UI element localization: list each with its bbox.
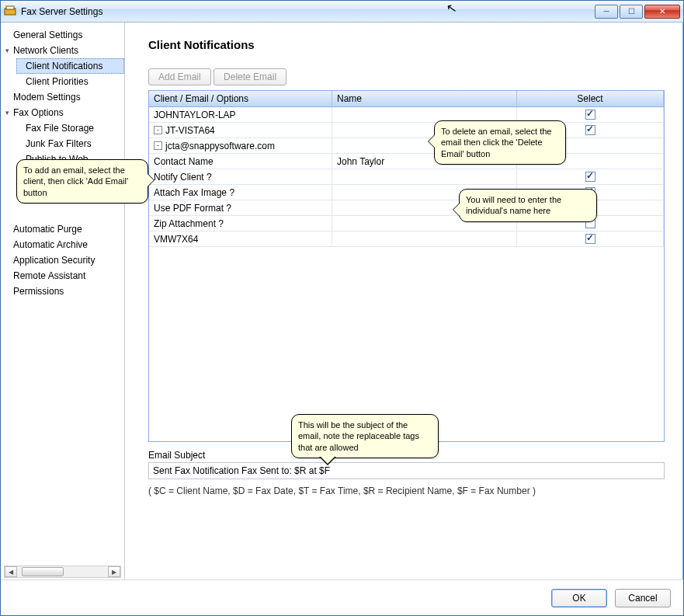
- tree-item-permissions[interactable]: Permissions: [4, 284, 124, 299]
- tree-item-network-clients[interactable]: Network Clients: [4, 43, 124, 58]
- tree-item-fax-file-storage[interactable]: Fax File Storage: [16, 120, 124, 136]
- page-title: Client Notifications: [148, 38, 665, 51]
- checkbox[interactable]: [585, 110, 595, 120]
- clients-grid[interactable]: Client / Email / Options Name Select JOH…: [148, 90, 665, 442]
- grid-row[interactable]: JOHNTAYLOR-LAP: [149, 107, 664, 123]
- tree-item-application-security[interactable]: Application Security: [4, 252, 124, 268]
- tree-item-client-notifications[interactable]: Client Notifications: [16, 58, 124, 74]
- cell-select[interactable]: [517, 231, 664, 246]
- checkbox[interactable]: [585, 125, 595, 135]
- col-header-name[interactable]: Name: [332, 91, 517, 106]
- col-header-select[interactable]: Select: [517, 91, 664, 106]
- grid-row[interactable]: Contact NameJohn Taylor: [149, 154, 664, 169]
- col-header-client[interactable]: Client / Email / Options: [149, 91, 332, 106]
- cell-client[interactable]: Zip Attachment ?: [149, 216, 332, 231]
- minimize-button[interactable]: ─: [595, 5, 618, 19]
- cell-client[interactable]: -JT-VISTA64: [149, 123, 332, 137]
- cell-client[interactable]: Notify Client ?: [149, 169, 332, 184]
- sidebar: General Settings Network Clients Client …: [1, 23, 125, 579]
- checkbox[interactable]: [585, 234, 595, 244]
- app-icon: [4, 5, 16, 18]
- close-button[interactable]: ✕: [644, 5, 680, 19]
- cell-client[interactable]: Contact Name: [149, 154, 332, 169]
- scroll-right-icon[interactable]: ▶: [108, 566, 120, 577]
- checkbox[interactable]: [585, 172, 595, 182]
- expand-toggle-icon[interactable]: -: [154, 141, 162, 150]
- email-subject-input[interactable]: [148, 462, 665, 479]
- content-pane: Client Notifications Add Email Delete Em…: [125, 23, 683, 579]
- ok-button[interactable]: OK: [551, 589, 607, 607]
- window-title: Fax Server Settings: [21, 6, 595, 17]
- cell-client[interactable]: Attach Fax Image ?: [149, 185, 332, 200]
- cell-client[interactable]: -jcta@snappysoftware.com: [149, 138, 332, 153]
- cell-client[interactable]: JOHNTAYLOR-LAP: [149, 107, 332, 122]
- cancel-button[interactable]: Cancel: [615, 589, 671, 607]
- tree-item-remote-assistant[interactable]: Remote Assistant: [4, 268, 124, 284]
- scroll-left-icon[interactable]: ◀: [5, 566, 17, 577]
- grid-row[interactable]: -jcta@snappysoftware.com: [149, 138, 664, 154]
- settings-window: Fax Server Settings ─ ☐ ✕ ↖ General Sett…: [0, 0, 684, 616]
- add-email-button[interactable]: Add Email: [148, 68, 211, 85]
- callout-enter-name: You will need to enter the individual's …: [459, 189, 597, 222]
- tree-item-client-priorities[interactable]: Client Priorities: [16, 74, 124, 89]
- expand-toggle-icon[interactable]: -: [154, 126, 162, 134]
- tree-item-junk-fax-filters[interactable]: Junk Fax Filters: [16, 136, 124, 151]
- tree-item-modem-settings[interactable]: Modem Settings: [4, 89, 124, 105]
- maximize-button[interactable]: ☐: [620, 5, 643, 19]
- grid-row[interactable]: -JT-VISTA64: [149, 123, 664, 138]
- cell-name[interactable]: [332, 231, 517, 246]
- dialog-button-bar: OK Cancel: [1, 579, 683, 615]
- tree-item-automatic-purge[interactable]: Automatic Purge: [4, 221, 124, 237]
- cell-name[interactable]: [332, 169, 517, 184]
- tree-item-fax-options[interactable]: Fax Options: [4, 105, 124, 120]
- cell-client[interactable]: Use PDF Format ?: [149, 200, 332, 215]
- callout-subject-tags: This will be the subject of the email, n…: [291, 414, 439, 458]
- callout-add-email: To add an email, select the client, then…: [16, 159, 148, 204]
- cell-client[interactable]: VMW7X64: [149, 231, 332, 246]
- scroll-thumb[interactable]: [22, 567, 64, 576]
- callout-delete-email: To delete an email, select the email the…: [434, 120, 566, 165]
- titlebar[interactable]: Fax Server Settings ─ ☐ ✕: [1, 1, 683, 23]
- tags-legend: ( $C = Client Name, $D = Fax Date, $T = …: [148, 485, 665, 496]
- tree-item-general[interactable]: General Settings: [4, 27, 124, 43]
- delete-email-button[interactable]: Delete Email: [214, 68, 286, 85]
- grid-row[interactable]: VMW7X64: [149, 231, 664, 247]
- svg-rect-1: [6, 6, 14, 9]
- grid-row[interactable]: Notify Client ?: [149, 169, 664, 185]
- sidebar-h-scrollbar[interactable]: ◀ ▶: [4, 566, 121, 578]
- tree-item-automatic-archive[interactable]: Automatic Archive: [4, 237, 124, 252]
- cell-select[interactable]: [517, 169, 664, 184]
